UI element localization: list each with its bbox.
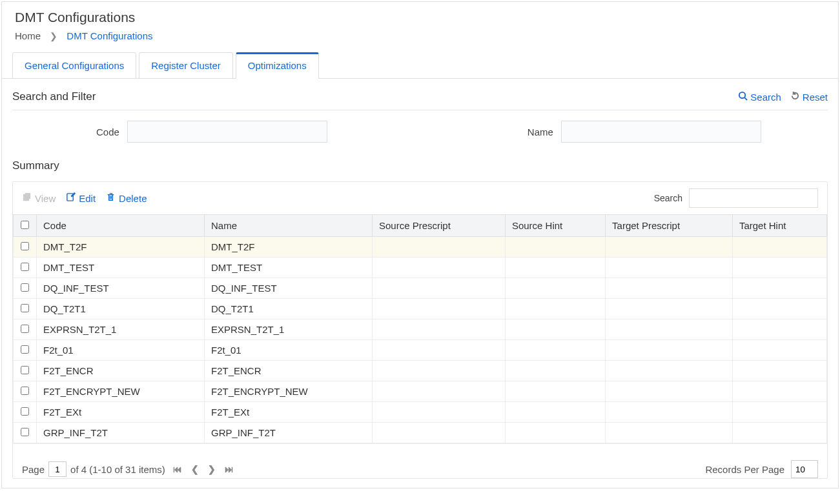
first-page-icon[interactable]: ⏮ xyxy=(173,464,182,474)
prev-page-icon[interactable]: ❮ xyxy=(191,464,199,474)
search-button[interactable]: Search xyxy=(738,91,781,103)
tab-optimizations[interactable]: Optimizations xyxy=(236,52,319,79)
delete-button[interactable]: Delete xyxy=(106,192,147,204)
cell-tgt-hint xyxy=(732,257,826,278)
cell-name: GRP_INF_T2T xyxy=(205,423,373,443)
delete-button-label: Delete xyxy=(119,193,147,204)
col-tgt-hint[interactable]: Target Hint xyxy=(732,215,826,237)
filter-code: Code xyxy=(96,121,327,143)
row-checkbox-cell xyxy=(14,257,37,278)
cell-tgt-hint xyxy=(732,340,826,361)
cell-name: DQ_INF_TEST xyxy=(205,278,373,299)
cell-code: DQ_INF_TEST xyxy=(37,278,205,299)
cell-tgt-prescript xyxy=(606,319,733,340)
cell-name: DQ_T2T1 xyxy=(205,299,373,319)
page-input[interactable] xyxy=(48,461,67,477)
cell-src-prescript xyxy=(373,299,506,319)
table-row[interactable]: DQ_T2T1DQ_T2T1 xyxy=(14,299,827,319)
row-checkbox-cell xyxy=(14,402,37,423)
cell-src-hint xyxy=(505,402,605,423)
edit-button-label: Edit xyxy=(79,193,96,204)
col-tgt-prescript[interactable]: Target Prescript xyxy=(606,215,733,237)
cell-name: DMT_T2F xyxy=(205,237,373,257)
cell-code: F2t_01 xyxy=(37,340,205,361)
cell-src-hint xyxy=(505,361,605,381)
cell-src-hint xyxy=(505,340,605,361)
row-checkbox[interactable] xyxy=(21,242,29,250)
table-row[interactable]: F2t_01F2t_01 xyxy=(14,340,827,361)
row-checkbox[interactable] xyxy=(21,304,29,312)
cell-tgt-hint xyxy=(732,402,826,423)
svg-line-1 xyxy=(745,97,748,100)
svg-rect-3 xyxy=(25,193,30,199)
row-checkbox[interactable] xyxy=(21,345,29,354)
header-checkbox-cell xyxy=(14,215,37,237)
table-row[interactable]: F2T_EXtF2T_EXt xyxy=(14,402,827,423)
cell-src-prescript xyxy=(373,423,506,443)
cell-src-prescript xyxy=(373,381,506,402)
table-row[interactable]: DQ_INF_TESTDQ_INF_TEST xyxy=(14,278,827,299)
cell-tgt-prescript xyxy=(606,257,733,278)
row-checkbox[interactable] xyxy=(21,387,29,395)
row-checkbox[interactable] xyxy=(21,366,29,374)
records-per-page-input[interactable] xyxy=(791,460,818,478)
table-row[interactable]: DMT_T2FDMT_T2F xyxy=(14,237,827,257)
cell-code: DQ_T2T1 xyxy=(37,299,205,319)
row-checkbox[interactable] xyxy=(21,428,29,436)
breadcrumb: Home ❯ DMT Configurations xyxy=(2,29,838,52)
col-name[interactable]: Name xyxy=(205,215,373,237)
cell-code: EXPRSN_T2T_1 xyxy=(37,319,205,340)
search-filter-actions: Search Reset xyxy=(738,91,828,103)
edit-button[interactable]: Edit xyxy=(66,192,96,204)
tab-general-configurations[interactable]: General Configurations xyxy=(12,52,136,79)
col-src-hint[interactable]: Source Hint xyxy=(505,215,605,237)
col-code[interactable]: Code xyxy=(37,215,205,237)
view-button[interactable]: View xyxy=(22,192,56,204)
summary-panel: View Edit Delete xyxy=(12,181,828,479)
cell-tgt-prescript xyxy=(606,361,733,381)
search-button-label: Search xyxy=(750,92,781,103)
col-src-prescript[interactable]: Source Prescript xyxy=(373,215,506,237)
next-page-icon[interactable]: ❯ xyxy=(208,464,216,474)
name-label: Name xyxy=(528,126,553,137)
cell-tgt-hint xyxy=(732,278,826,299)
row-checkbox-cell xyxy=(14,319,37,340)
table-row[interactable]: EXPRSN_T2T_1EXPRSN_T2T_1 xyxy=(14,319,827,340)
cell-src-hint xyxy=(505,319,605,340)
page-container: DMT Configurations Home ❯ DMT Configurat… xyxy=(1,1,839,489)
cell-src-hint xyxy=(505,381,605,402)
reset-button[interactable]: Reset xyxy=(790,91,828,103)
code-input[interactable] xyxy=(127,121,327,143)
table-toolbar: View Edit Delete xyxy=(13,182,827,214)
select-all-checkbox[interactable] xyxy=(21,221,29,229)
tab-register-cluster[interactable]: Register Cluster xyxy=(139,52,233,79)
filter-row: Code Name xyxy=(12,110,828,158)
row-checkbox[interactable] xyxy=(21,325,29,333)
breadcrumb-home[interactable]: Home xyxy=(15,30,41,41)
table-row[interactable]: F2T_ENCRYPT_NEWF2T_ENCRYPT_NEW xyxy=(14,381,827,402)
row-checkbox[interactable] xyxy=(21,407,29,416)
cell-tgt-hint xyxy=(732,361,826,381)
table-row[interactable]: DMT_TESTDMT_TEST xyxy=(14,257,827,278)
row-checkbox-cell xyxy=(14,299,37,319)
table-search-input[interactable] xyxy=(689,188,818,208)
breadcrumb-current[interactable]: DMT Configurations xyxy=(67,30,152,41)
row-checkbox[interactable] xyxy=(21,283,29,292)
row-checkbox[interactable] xyxy=(21,263,29,271)
cell-code: GRP_INF_T2T xyxy=(37,423,205,443)
cell-src-prescript xyxy=(373,237,506,257)
cell-src-hint xyxy=(505,257,605,278)
cell-tgt-prescript xyxy=(606,237,733,257)
cell-src-prescript xyxy=(373,340,506,361)
table-header-row: Code Name Source Prescript Source Hint T… xyxy=(14,215,827,237)
table-row[interactable]: GRP_INF_T2TGRP_INF_T2T xyxy=(14,423,827,443)
cell-tgt-hint xyxy=(732,299,826,319)
table-row[interactable]: F2T_ENCRF2T_ENCR xyxy=(14,361,827,381)
cell-code: F2T_ENCR xyxy=(37,361,205,381)
last-page-icon[interactable]: ⏭ xyxy=(225,464,234,474)
name-input[interactable] xyxy=(561,121,761,143)
cell-src-prescript xyxy=(373,257,506,278)
search-icon xyxy=(738,91,748,103)
page-nav: ⏮ ❮ ❯ ⏭ xyxy=(173,464,234,474)
page-title: DMT Configurations xyxy=(2,2,838,29)
